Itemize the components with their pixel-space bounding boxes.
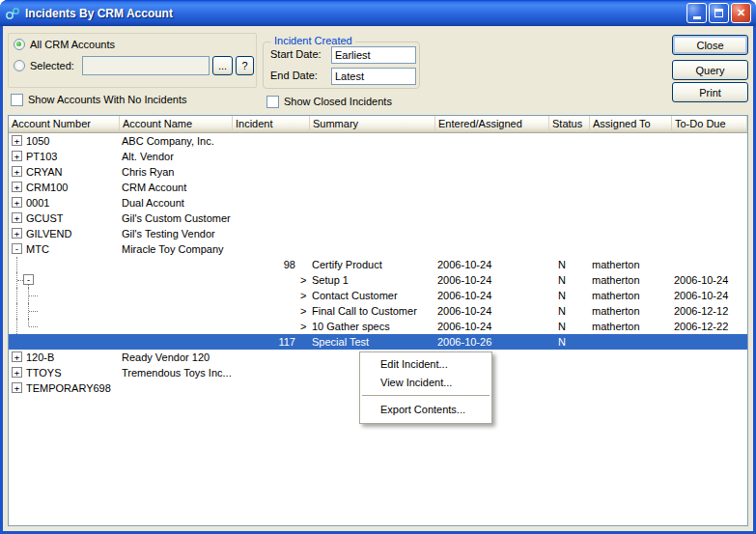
- table-body: +1050ABC Company, Inc.+PT103Alt. Vendor+…: [9, 133, 747, 525]
- tree-line: [29, 326, 38, 327]
- table-row[interactable]: +0001Dual Account: [9, 195, 747, 211]
- todo-marker: >: [300, 288, 306, 303]
- close-button[interactable]: Close: [672, 35, 748, 55]
- column-header-to-do-due[interactable]: To-Do Due: [672, 116, 747, 132]
- entered-assigned-cell: [435, 195, 549, 211]
- table-row[interactable]: 98Certify Product2006-10-24Nmatherton: [9, 257, 747, 272]
- todo-due-cell: [672, 334, 747, 350]
- close-window-button[interactable]: ✕: [731, 3, 751, 23]
- account-name-cell: Dual Account: [120, 195, 233, 211]
- table-row[interactable]: >Final Call to Customer2006-10-24Nmather…: [9, 303, 747, 319]
- expand-icon[interactable]: +: [12, 228, 22, 239]
- account-name-cell: CRM Account: [120, 180, 233, 195]
- start-date-input[interactable]: [331, 46, 416, 64]
- table-row[interactable]: -MTCMiracle Toy Company: [9, 241, 747, 257]
- column-header-incident[interactable]: Incident: [233, 116, 310, 132]
- incidents-table: Account NumberAccount NameIncidentSummar…: [8, 115, 748, 526]
- expand-icon[interactable]: +: [12, 197, 22, 208]
- checkbox-icon: [11, 94, 23, 106]
- menu-item-view-incident[interactable]: View Incident...: [360, 374, 491, 392]
- account-name-cell: [120, 257, 233, 272]
- account-number-cell: +TTOYS: [9, 365, 120, 380]
- table-header: Account NumberAccount NameIncidentSummar…: [9, 116, 747, 133]
- column-header-status[interactable]: Status: [549, 116, 590, 132]
- all-crm-accounts-radio[interactable]: All CRM Accounts: [14, 38, 115, 51]
- table-row[interactable]: 117Special Test2006-10-26N: [9, 334, 747, 350]
- expand-icon[interactable]: +: [12, 151, 22, 161]
- expand-icon[interactable]: +: [12, 212, 22, 223]
- entered-assigned-cell: [435, 211, 549, 226]
- todo-marker: >: [300, 303, 306, 319]
- minimize-button[interactable]: [686, 3, 707, 23]
- account-number-cell: [9, 303, 120, 319]
- expand-icon[interactable]: +: [12, 367, 22, 378]
- collapse-icon[interactable]: -: [23, 274, 34, 285]
- account-name-cell: Alt. Vendor: [120, 149, 233, 164]
- status-cell: N: [549, 303, 590, 319]
- show-no-incidents-checkbox[interactable]: Show Accounts With No Incidents: [11, 93, 186, 106]
- account-number: TEMPORARY698: [26, 382, 111, 394]
- expand-icon[interactable]: +: [12, 382, 22, 393]
- tree-line: [29, 311, 38, 312]
- help-button[interactable]: ?: [236, 56, 254, 75]
- end-date-input[interactable]: [331, 68, 416, 85]
- account-name-cell: [120, 319, 233, 334]
- table-row[interactable]: +1050ABC Company, Inc.: [9, 133, 747, 149]
- account-number-cell: [9, 319, 120, 334]
- assigned-to-cell: [590, 241, 672, 257]
- print-button[interactable]: Print: [672, 82, 748, 102]
- table-row[interactable]: >10 Gather specs2006-10-24Nmatherton2006…: [9, 319, 747, 334]
- status-cell: N: [549, 319, 590, 334]
- status-cell: [549, 380, 590, 396]
- expand-icon[interactable]: +: [12, 351, 22, 362]
- todo-due-cell: [672, 226, 747, 241]
- table-row[interactable]: +GILVENDGil's Testing Vendor: [9, 226, 747, 241]
- expand-icon[interactable]: +: [12, 135, 22, 146]
- todo-due-cell: [672, 164, 747, 180]
- column-header-account-number[interactable]: Account Number: [9, 116, 120, 132]
- todo-due-cell: [672, 133, 747, 149]
- summary-cell: Special Test: [310, 334, 435, 350]
- expand-icon[interactable]: +: [12, 182, 22, 192]
- table-row[interactable]: +CRM100CRM Account: [9, 180, 747, 195]
- todo-due-cell: [672, 180, 747, 195]
- summary-cell: >10 Gather specs: [310, 319, 435, 334]
- account-number-cell: [9, 288, 120, 303]
- entered-assigned-cell: 2006-10-24: [435, 319, 549, 334]
- menu-item-export-contents[interactable]: Export Contents...: [360, 401, 491, 419]
- table-row[interactable]: >Contact Customer2006-10-24Nmatherton200…: [9, 288, 747, 303]
- selected-account-input[interactable]: [82, 56, 210, 75]
- column-header-assigned-to[interactable]: Assigned To: [590, 116, 672, 132]
- account-number: CRYAN: [26, 166, 63, 178]
- summary-cell: [310, 149, 435, 164]
- incident-number-cell: [233, 133, 310, 149]
- browse-accounts-button[interactable]: ...: [212, 56, 233, 75]
- table-row[interactable]: +CRYANChris Ryan: [9, 164, 747, 180]
- assigned-to-cell: matherton: [590, 319, 672, 334]
- collapse-icon[interactable]: -: [12, 243, 22, 254]
- titlebar[interactable]: Incidents By CRM Account ✕: [0, 0, 756, 26]
- table-row[interactable]: +GCUSTGil's Custom Customer: [9, 211, 747, 226]
- assigned-to-cell: [590, 180, 672, 195]
- incident-number-cell: [233, 226, 310, 241]
- column-header-account-name[interactable]: Account Name: [120, 116, 233, 132]
- expand-icon[interactable]: +: [12, 166, 22, 177]
- menu-item-edit-incident[interactable]: Edit Incident...: [360, 355, 491, 374]
- entered-assigned-cell: 2006-10-26: [435, 334, 549, 350]
- incident-number-cell: [233, 164, 310, 180]
- maximize-button[interactable]: [709, 3, 729, 23]
- todo-due-cell: 2006-10-24: [672, 272, 747, 288]
- table-row[interactable]: ->Setup 12006-10-24Nmatherton2006-10-24: [9, 272, 747, 288]
- incident-created-group: Incident Created Start Date: End Date:: [263, 42, 420, 89]
- assigned-to-cell: [590, 380, 672, 396]
- account-number-cell: +PT103: [9, 149, 120, 164]
- query-button[interactable]: Query: [672, 60, 748, 80]
- column-header-entered-assigned[interactable]: Entered/Assigned: [435, 116, 549, 132]
- selected-accounts-radio[interactable]: Selected:: [14, 59, 74, 72]
- show-closed-incidents-checkbox[interactable]: Show Closed Incidents: [266, 95, 392, 108]
- column-header-summary[interactable]: Summary: [310, 116, 435, 132]
- table-row[interactable]: +PT103Alt. Vendor: [9, 149, 747, 164]
- status-cell: N: [549, 257, 590, 272]
- todo-due-cell: 2006-12-22: [672, 319, 747, 334]
- assigned-to-cell: [590, 226, 672, 241]
